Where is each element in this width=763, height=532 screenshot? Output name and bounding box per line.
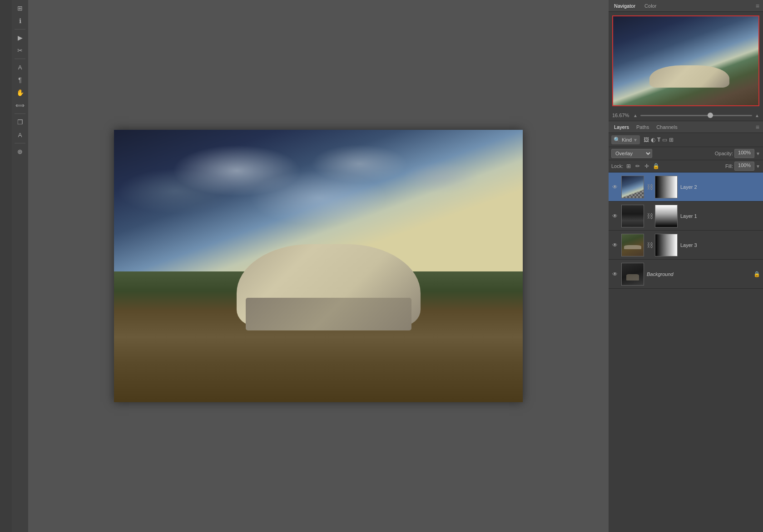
tool-separator-1 — [15, 29, 25, 30]
layer-mask-3 — [655, 234, 678, 256]
zoom-out-icon[interactable]: ▲ — [633, 113, 638, 118]
layer-thumb-1 — [621, 205, 644, 227]
tool-type[interactable]: A — [13, 61, 27, 73]
layer-thumb-2 — [621, 176, 644, 198]
tool-info[interactable]: ℹ — [13, 15, 27, 27]
kind-icon-type[interactable]: T — [657, 137, 660, 143]
kind-icon-adjustment[interactable]: ◐ — [651, 137, 655, 143]
navigator-panel-menu[interactable]: ≡ — [756, 2, 759, 10]
blend-mode-row: Overlay Opacity: 100% ▼ — [609, 147, 763, 160]
layer-row-1[interactable]: 👁 ⛓ Layer 1 — [609, 202, 763, 231]
tool-composite[interactable]: ⊕ — [13, 146, 27, 158]
canvas-image — [114, 130, 523, 402]
layer-mask-gradient-2 — [655, 176, 677, 198]
layer-mask-1 — [655, 205, 678, 227]
tab-paths[interactable]: Paths — [634, 123, 651, 131]
navigator-panel-header: Navigator Color ≡ — [609, 0, 763, 12]
tab-channels[interactable]: Channels — [654, 123, 679, 131]
navigator-car-thumb — [649, 65, 729, 88]
layer-mask-gradient-1 — [655, 205, 677, 227]
layer-eye-3[interactable]: 👁 — [611, 241, 619, 249]
kind-icon-shape[interactable]: ▭ — [662, 137, 667, 143]
opacity-label: Opacity: — [715, 151, 733, 156]
layers-panel: Layers Paths Channels ≡ 🔍 Kind ▼ 🖼 ◐ T ▭… — [609, 121, 763, 532]
fill-value[interactable]: 100% — [734, 162, 754, 171]
lock-row: Lock: ⊞ ✏ ✛ 🔒 Fill: 100% ▼ — [609, 160, 763, 172]
layer-link-3: ⛓ — [647, 241, 652, 249]
layer-name-1: Layer 1 — [680, 213, 760, 219]
layers-list: 👁 ⛓ Layer 2 👁 ⛓ Layer 1 👁 — [609, 172, 763, 532]
tab-layers[interactable]: Layers — [612, 123, 631, 131]
lock-brush-icon[interactable]: ✏ — [634, 163, 641, 170]
kind-label: Kind — [622, 137, 632, 143]
kind-icon-smart[interactable]: ⊞ — [669, 137, 674, 143]
tool-separator-4 — [15, 143, 25, 143]
layer-eye-1[interactable]: 👁 — [611, 212, 619, 220]
fill-arrow[interactable]: ▼ — [756, 164, 760, 169]
tool-layout[interactable]: ⊞ — [13, 2, 27, 14]
kind-dropdown-arrow[interactable]: ▼ — [633, 138, 638, 143]
layer-row-bg[interactable]: 👁 Background 🔒 — [609, 260, 763, 289]
tool-paragraph[interactable]: ¶ — [13, 74, 27, 86]
navigator-panel: Navigator Color ≡ 16.67% ▲ ▲ — [609, 0, 763, 121]
opacity-control: Opacity: 100% ▼ — [715, 149, 760, 158]
lock-pixels-icon[interactable]: ⊞ — [625, 163, 632, 170]
tool-crop[interactable]: ✂ — [13, 44, 27, 56]
lock-icons: ⊞ ✏ ✛ 🔒 — [625, 163, 659, 170]
lock-move-icon[interactable]: ✛ — [643, 163, 650, 170]
tab-color[interactable]: Color — [643, 2, 658, 10]
fill-label: Fill: — [725, 163, 733, 169]
layers-tabs: Layers Paths Channels ≡ — [609, 121, 763, 133]
tools-panel: ⊞ ℹ ▶ ✂ A ¶ ✋ ⟺ ❐ A ⊕ — [12, 0, 28, 532]
main-canvas-area — [28, 0, 609, 532]
navigator-image[interactable] — [612, 15, 759, 106]
opacity-value[interactable]: 100% — [734, 149, 754, 158]
layer-eye-bg[interactable]: 👁 — [611, 271, 619, 278]
layer-link-1: ⛓ — [647, 212, 652, 220]
layer-lock-bg: 🔒 — [753, 271, 760, 277]
layer-name-2: Layer 2 — [680, 184, 760, 190]
kind-search[interactable]: 🔍 Kind ▼ — [611, 135, 640, 144]
tool-separator-3 — [15, 113, 25, 114]
layer-row-3[interactable]: 👁 ⛓ Layer 3 — [609, 231, 763, 260]
tab-navigator[interactable]: Navigator — [612, 2, 637, 10]
zoom-slider[interactable] — [640, 115, 752, 116]
tool-select[interactable]: ❐ — [13, 116, 27, 128]
lock-label: Lock: — [611, 163, 623, 169]
layer-row-2[interactable]: 👁 ⛓ Layer 2 — [609, 172, 763, 202]
tool-type-2[interactable]: A — [13, 129, 27, 141]
navigator-preview — [609, 12, 763, 110]
tool-hand[interactable]: ✋ — [13, 87, 27, 99]
layers-panel-menu[interactable]: ≡ — [756, 123, 759, 131]
canvas-car — [237, 244, 421, 326]
tool-transform[interactable]: ⟺ — [13, 99, 27, 111]
left-toolbar — [0, 0, 12, 532]
search-icon: 🔍 — [614, 137, 620, 143]
layer-link-2: ⛓ — [647, 183, 652, 191]
navigator-zoom-bar: 16.67% ▲ ▲ — [609, 110, 763, 121]
layers-kind-row: 🔍 Kind ▼ 🖼 ◐ T ▭ ⊞ — [609, 133, 763, 147]
canvas-container[interactable] — [114, 130, 523, 402]
kind-icon-image[interactable]: 🖼 — [644, 137, 649, 143]
right-panel: Navigator Color ≡ 16.67% ▲ ▲ Layers Path… — [609, 0, 763, 532]
zoom-level-label: 16.67% — [612, 113, 630, 118]
tool-play[interactable]: ▶ — [13, 32, 27, 44]
layer-name-3: Layer 3 — [680, 242, 760, 248]
kind-filter-icons: 🖼 ◐ T ▭ ⊞ — [644, 137, 674, 143]
zoom-slider-thumb — [708, 113, 713, 118]
blend-mode-select[interactable]: Overlay — [611, 149, 652, 158]
layer-eye-2[interactable]: 👁 — [611, 183, 619, 191]
layer-mask-gradient-3 — [655, 234, 677, 256]
tool-separator-2 — [15, 59, 25, 59]
layer-thumb-bg — [621, 263, 644, 286]
fill-control: Fill: 100% ▼ — [725, 162, 760, 171]
lock-all-icon[interactable]: 🔒 — [652, 163, 659, 170]
opacity-arrow[interactable]: ▼ — [756, 151, 760, 156]
zoom-in-icon[interactable]: ▲ — [755, 113, 759, 118]
layer-thumb-3 — [621, 234, 644, 256]
layer-mask-2 — [655, 176, 678, 198]
layer-name-bg: Background — [647, 271, 751, 277]
